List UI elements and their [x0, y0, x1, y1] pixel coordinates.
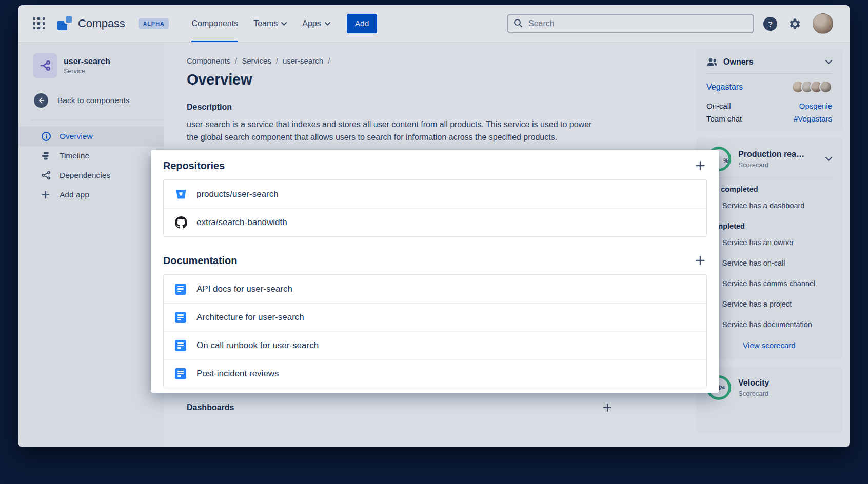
nav-teams[interactable]: Teams: [253, 5, 287, 42]
divider: [706, 178, 832, 178]
owner-team-row: Vegastars: [706, 80, 832, 93]
breadcrumb-separator: /: [276, 56, 278, 65]
documentation-row[interactable]: API docs for user-search: [164, 275, 706, 303]
documentation-row[interactable]: Architecture for user-search: [164, 303, 706, 331]
back-to-components[interactable]: Back to components: [18, 93, 164, 108]
sidebar-item-add-app[interactable]: Add app: [18, 185, 164, 205]
team-chat-link[interactable]: #Vegastars: [794, 114, 832, 123]
nav-teams-label: Teams: [253, 19, 278, 28]
repository-row[interactable]: extra/search-bandwidth: [164, 208, 706, 236]
sidebar-item-label: Dependencies: [60, 171, 110, 180]
sidebar-item-overview[interactable]: Overview: [18, 127, 164, 146]
compass-logo[interactable]: Compass: [57, 16, 125, 31]
search-icon: [513, 18, 523, 30]
scorecard-item-label: Service has on-call: [722, 259, 785, 267]
breadcrumb-components[interactable]: Components: [187, 56, 230, 65]
page-title: Overview: [187, 71, 687, 88]
breadcrumb-user-search[interactable]: user-search: [283, 56, 323, 65]
scorecard-item-label: Service has a dashboard: [722, 201, 804, 210]
github-icon: [175, 216, 188, 229]
settings-gear-icon[interactable]: [788, 17, 801, 30]
top-navigation: Compass ALPHA Components Teams Apps Add …: [18, 5, 850, 42]
repositories-documentation-modal: Repositories products/user-search extra/…: [151, 150, 719, 393]
back-arrow-icon: [34, 93, 48, 108]
owners-card: Owners Vegastars On-call Opsgenie: [696, 49, 842, 131]
completed-label: Completed: [706, 222, 832, 232]
search-input[interactable]: [507, 14, 754, 33]
scorecard-item: Service has on-call: [706, 253, 832, 273]
back-label: Back to components: [57, 96, 129, 105]
nav-components-label: Components: [191, 19, 238, 28]
chevron-down-icon: [281, 22, 287, 26]
sidebar-item-timeline[interactable]: Timeline: [18, 146, 164, 166]
scorecard-item: Service has a project: [706, 294, 832, 314]
plus-icon: [41, 190, 52, 199]
opsgenie-link[interactable]: Opsgenie: [799, 102, 832, 110]
repository-row[interactable]: products/user-search: [164, 180, 706, 208]
add-dashboard-button[interactable]: [601, 401, 614, 414]
dependencies-icon: [41, 170, 52, 180]
user-avatar[interactable]: [813, 13, 833, 34]
dashboards-heading: Dashboards: [187, 403, 234, 412]
scorecard-item-label: Service has documentation: [722, 320, 812, 329]
velocity-title: Velocity: [738, 378, 769, 388]
component-header: user-search Service: [18, 53, 164, 78]
documentation-row[interactable]: Post-incident reviews: [164, 359, 706, 388]
document-name: On call runbook for user-search: [196, 340, 319, 351]
nav-components[interactable]: Components: [191, 5, 238, 42]
scorecard-item-label: Service has comms channel: [722, 279, 815, 288]
documentation-list: API docs for user-search Architecture fo…: [163, 274, 707, 388]
description-text: user-search is a service that indexes an…: [187, 118, 603, 144]
breadcrumb-separator: /: [328, 56, 330, 65]
repository-name: extra/search-bandwidth: [196, 217, 287, 228]
nav-right-cluster: ?: [507, 13, 833, 34]
component-name: user-search: [64, 57, 110, 66]
view-scorecard-link[interactable]: View scorecard: [706, 341, 832, 350]
breadcrumb-services[interactable]: Services: [242, 56, 271, 65]
alpha-badge: ALPHA: [139, 18, 169, 29]
left-sidebar: user-search Service Back to components O…: [18, 42, 164, 447]
production-readiness-subtitle: Scorecard: [738, 161, 809, 169]
production-readiness-title: Production readiness: [738, 150, 809, 159]
repository-name: products/user-search: [196, 189, 279, 199]
dashboards-section-header: Dashboards: [187, 401, 614, 414]
app-switcher-icon[interactable]: [33, 17, 45, 30]
team-link[interactable]: Vegastars: [706, 83, 743, 92]
add-repository-button[interactable]: [694, 159, 707, 172]
chevron-down-icon[interactable]: [825, 60, 832, 64]
add-button[interactable]: Add: [347, 14, 378, 33]
description-heading: Description: [187, 103, 687, 112]
sidebar-item-label: Add app: [60, 190, 89, 199]
not-completed-label: Not completed: [706, 185, 832, 195]
sidebar-item-dependencies[interactable]: Dependencies: [18, 166, 164, 185]
help-button[interactable]: ?: [763, 17, 777, 31]
production-readiness-percent: %: [723, 157, 728, 164]
scorecard-item: Service has comms channel: [706, 273, 832, 294]
compass-logo-text: Compass: [78, 17, 125, 30]
team-avatars[interactable]: [792, 80, 832, 93]
repositories-list: products/user-search extra/search-bandwi…: [163, 179, 707, 237]
documentation-heading: Documentation: [163, 255, 237, 267]
breadcrumb-separator: /: [235, 56, 237, 65]
velocity-subtitle: Scorecard: [738, 390, 769, 397]
scorecard-item-label: Service has a project: [722, 300, 792, 308]
document-icon: [175, 284, 188, 295]
info-icon: [41, 131, 52, 142]
global-search: [507, 14, 754, 33]
bitbucket-icon: [175, 188, 188, 200]
documentation-row[interactable]: On call runbook for user-search: [164, 331, 706, 359]
active-tab-underline: [191, 41, 238, 42]
add-documentation-button[interactable]: [694, 254, 707, 267]
component-type: Service: [64, 68, 110, 75]
document-icon: [175, 368, 188, 379]
question-mark-icon: ?: [768, 19, 773, 28]
scorecard-item: Service has a dashboard: [706, 195, 832, 216]
chevron-down-icon[interactable]: [825, 157, 832, 161]
document-name: Architecture for user-search: [196, 312, 304, 322]
nav-apps[interactable]: Apps: [302, 5, 330, 42]
compass-logo-icon: [57, 16, 73, 31]
repositories-heading: Repositories: [163, 160, 225, 172]
sidebar-item-label: Overview: [60, 132, 93, 141]
breadcrumb: Components / Services / user-search /: [187, 56, 687, 65]
document-name: API docs for user-search: [196, 284, 292, 294]
